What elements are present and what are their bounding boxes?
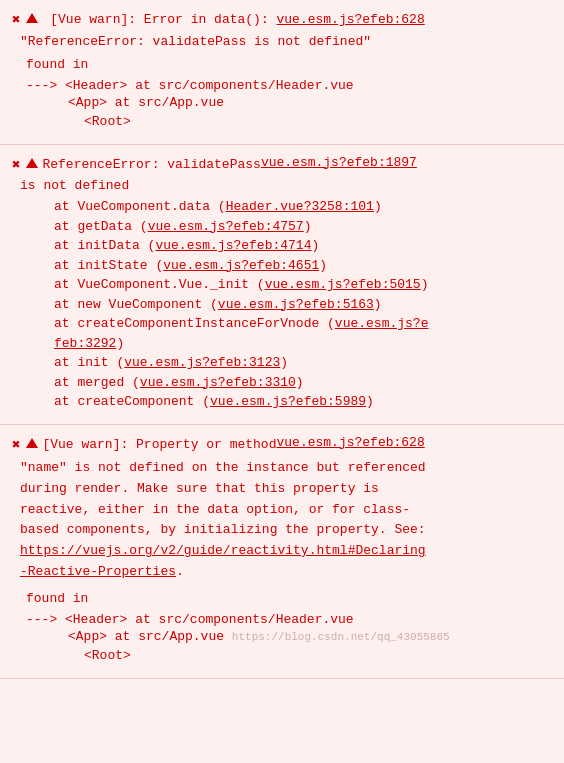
stack-2-5-link[interactable]: vue.esm.js?efeb:5163 — [218, 297, 374, 312]
stack-line-1-0: ---> <Header> at src/components/Header.v… — [12, 78, 552, 93]
console-output: ✖ [Vue warn]: Error in data(): vue.esm.j… — [0, 0, 564, 679]
stack-2-7-link[interactable]: vue.esm.js?efeb:3123 — [124, 355, 280, 370]
error-msg-line-2-0: is not defined — [20, 178, 552, 193]
error-block-3: ✖ [Vue warn]: Property or method vue.esm… — [0, 425, 564, 679]
stack-2-5: at new VueComponent (vue.esm.js?efeb:516… — [12, 295, 552, 315]
triangle-icon-2 — [26, 158, 38, 168]
triangle-icon-3 — [26, 438, 38, 448]
error-msg-3-5: -Reactive-Properties. — [20, 562, 552, 583]
stack-line-1-1: <App> at src/App.vue — [12, 93, 552, 113]
error-title-link-1[interactable]: vue.esm.js?efeb:628 — [277, 12, 425, 27]
error-message-2: is not defined — [12, 178, 552, 193]
stack-2-8: at merged (vue.esm.js?efeb:3310) — [12, 373, 552, 393]
found-in-3: found in — [12, 591, 552, 606]
error-icon-2: ✖ — [12, 156, 20, 173]
stack-2-8-link[interactable]: vue.esm.js?efeb:3310 — [140, 375, 296, 390]
stack-2-3: at initState (vue.esm.js?efeb:4651) — [12, 256, 552, 276]
error-header-2: ✖ ReferenceError: validatePass vue.esm.j… — [12, 155, 552, 175]
reactivity-link[interactable]: https://vuejs.org/v2/guide/reactivity.ht… — [20, 543, 426, 558]
error-title-link-2[interactable]: vue.esm.js?efeb:1897 — [261, 155, 417, 170]
stack-3-1: <App> at src/App.vue https://blog.csdn.n… — [12, 627, 552, 647]
reactivity-link-cont[interactable]: -Reactive-Properties — [20, 564, 176, 579]
error-msg-3-0: "name" is not defined on the instance bu… — [20, 458, 552, 479]
error-msg-3-3: based components, by initializing the pr… — [20, 520, 552, 541]
error-header-1: ✖ [Vue warn]: Error in data(): vue.esm.j… — [12, 10, 552, 30]
stack-2-9: at createComponent (vue.esm.js?efeb:5989… — [12, 392, 552, 412]
error-title-text-2: ReferenceError: validatePass — [42, 155, 260, 175]
stack-3-2: <Root> — [12, 646, 552, 666]
stack-2-4: at VueComponent.Vue._init (vue.esm.js?ef… — [12, 275, 552, 295]
stack-3-0: ---> <Header> at src/components/Header.v… — [12, 612, 552, 627]
error-title-3: [Vue warn]: Property or method vue.esm.j… — [26, 435, 424, 455]
error-message-1: "ReferenceError: validatePass is not def… — [12, 34, 552, 49]
stack-2-6: at createComponentInstanceForVnode (vue.… — [12, 314, 552, 353]
error-title-text-1: [Vue warn]: Error in data(): — [50, 12, 276, 27]
error-icon-3: ✖ — [12, 436, 20, 453]
stack-2-3-link[interactable]: vue.esm.js?efeb:4651 — [163, 258, 319, 273]
error-msg-3-1: during render. Make sure that this prope… — [20, 479, 552, 500]
error-msg-3-2: reactive, either in the data option, or … — [20, 500, 552, 521]
stack-2-7: at init (vue.esm.js?efeb:3123) — [12, 353, 552, 373]
error-title-2: ReferenceError: validatePass vue.esm.js?… — [26, 155, 416, 175]
stack-line-1-2: <Root> — [12, 112, 552, 132]
stack-2-1-link[interactable]: vue.esm.js?efeb:4757 — [148, 219, 304, 234]
error-msg-3-4: https://vuejs.org/v2/guide/reactivity.ht… — [20, 541, 552, 562]
triangle-icon-1 — [26, 13, 38, 23]
stack-2-2: at initData (vue.esm.js?efeb:4714) — [12, 236, 552, 256]
error-title-text-3: [Vue warn]: Property or method — [42, 435, 276, 455]
error-block-1: ✖ [Vue warn]: Error in data(): vue.esm.j… — [0, 0, 564, 145]
error-message-3: "name" is not defined on the instance bu… — [12, 458, 552, 583]
error-block-2: ✖ ReferenceError: validatePass vue.esm.j… — [0, 145, 564, 425]
error-header-3: ✖ [Vue warn]: Property or method vue.esm… — [12, 435, 552, 455]
found-in-1: found in — [12, 57, 552, 72]
stack-2-0: at VueComponent.data (Header.vue?3258:10… — [12, 197, 552, 217]
error-title-link-3[interactable]: vue.esm.js?efeb:628 — [276, 435, 424, 450]
stack-2-1: at getData (vue.esm.js?efeb:4757) — [12, 217, 552, 237]
stack-2-0-link[interactable]: Header.vue?3258:101 — [226, 199, 374, 214]
stack-2-9-link[interactable]: vue.esm.js?efeb:5989 — [210, 394, 366, 409]
stack-2-4-link[interactable]: vue.esm.js?efeb:5015 — [265, 277, 421, 292]
error-msg-line-1: "ReferenceError: validatePass is not def… — [20, 34, 552, 49]
watermark: https://blog.csdn.net/qq_43055865 — [232, 631, 450, 643]
error-icon-1: ✖ — [12, 11, 20, 28]
stack-2-6-link[interactable]: vue.esm.js?efeb:3292 — [54, 316, 428, 351]
error-title-1: [Vue warn]: Error in data(): vue.esm.js?… — [26, 10, 424, 30]
stack-2-2-link[interactable]: vue.esm.js?efeb:4714 — [155, 238, 311, 253]
